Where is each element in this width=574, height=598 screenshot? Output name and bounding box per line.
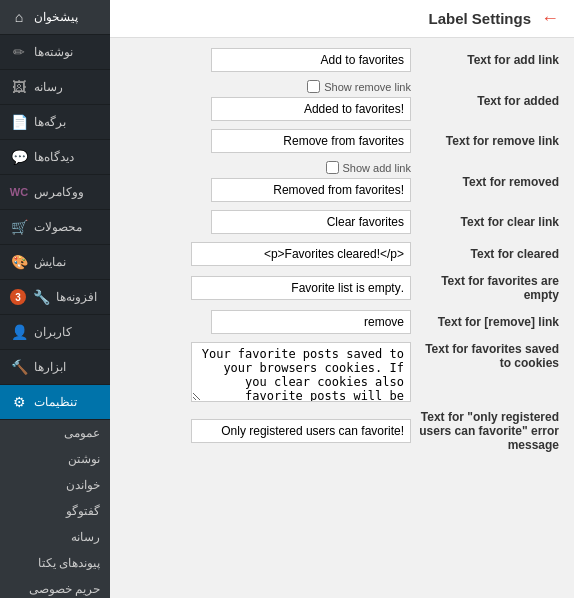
show-add-link-checkbox[interactable]	[326, 161, 339, 174]
sidebar-subitem-khandan[interactable]: خواندن	[0, 472, 110, 498]
sidebar-subitem-harim[interactable]: حریم خصوصی	[0, 576, 110, 598]
row-saved-to-cookies: Your favorite posts saved to your browse…	[125, 342, 559, 402]
label-added-to-favorites: Text for added	[419, 94, 559, 108]
row-clear-favorites: Text for clear link	[125, 210, 559, 234]
label-favorites-cleared: Text for cleared	[419, 247, 559, 261]
label-favorites-empty: Text for favorites are empty	[419, 274, 559, 302]
row-added-to-favorites: Show remove link Text for added	[125, 80, 559, 121]
edit-icon: ✏	[10, 43, 28, 61]
sidebar-item-label: ابزارها	[34, 360, 66, 374]
sidebar-subitem-goftogo[interactable]: گفتوگو	[0, 498, 110, 524]
settings-icon: ⚙	[10, 393, 28, 411]
saved-to-cookies-textarea[interactable]: Your favorite posts saved to your browse…	[191, 342, 411, 402]
sidebar-item-afzoneh[interactable]: افزونه‌ها 🔧 3	[0, 280, 110, 315]
home-icon: ⌂	[10, 8, 28, 26]
sidebar-item-karbaran[interactable]: کاربران 👤	[0, 315, 110, 350]
field-remove-from-favorites	[125, 129, 411, 153]
clear-favorites-input[interactable]	[211, 210, 411, 234]
label-add-to-favorites: Text for add link	[419, 53, 559, 67]
sidebar-item-label: ووکامرس	[34, 185, 84, 199]
only-registered-input[interactable]	[191, 419, 411, 443]
plugin-badge: 3	[10, 289, 26, 305]
field-favorites-cleared	[125, 242, 411, 266]
sidebar-subitem-omoomi[interactable]: عمومی	[0, 420, 110, 446]
sidebar-item-label: پیشخوان	[34, 10, 78, 24]
sidebar-item-didgah[interactable]: دیدگاه‌ها 💬	[0, 140, 110, 175]
label-clear-favorites: Text for clear link	[419, 215, 559, 229]
show-remove-link-checkbox[interactable]	[307, 80, 320, 93]
row-only-registered: Text for "only registered users can favo…	[125, 410, 559, 452]
page-title: Label Settings	[428, 10, 531, 27]
media-icon: 🖼	[10, 78, 28, 96]
sidebar-item-pishkhan[interactable]: پیشخوان ⌂	[0, 0, 110, 35]
field-remove-link	[125, 310, 411, 334]
row-remove-link: Text for [remove] link	[125, 310, 559, 334]
woo-icon: WC	[10, 183, 28, 201]
sidebar-item-bargeh[interactable]: برگه‌ها 📄	[0, 105, 110, 140]
row-favorites-cleared: Text for cleared	[125, 242, 559, 266]
sidebar-item-label: نوشته‌ها	[34, 45, 73, 59]
sidebar-item-label: تنظیمات	[34, 395, 77, 409]
show-add-link-row: Show add link	[326, 161, 412, 174]
form-area: Text for add link Show remove link Text …	[110, 38, 574, 470]
favorites-empty-input[interactable]	[191, 276, 411, 300]
sidebar-item-abzarha[interactable]: ابزارها 🔨	[0, 350, 110, 385]
label-only-registered: Text for "only registered users can favo…	[419, 410, 559, 452]
row-favorites-empty: Text for favorites are empty	[125, 274, 559, 302]
sidebar-subitem-neveshteh[interactable]: نوشتن	[0, 446, 110, 472]
sidebar-item-label: کاربران	[34, 325, 72, 339]
favorites-cleared-input[interactable]	[191, 242, 411, 266]
removed-from-favorites-input[interactable]	[211, 178, 411, 202]
remove-from-favorites-input[interactable]	[211, 129, 411, 153]
add-to-favorites-input[interactable]	[211, 48, 411, 72]
sidebar-item-label: رسانه	[34, 80, 63, 94]
sidebar-item-neveshteh[interactable]: نوشته‌ها ✏	[0, 35, 110, 70]
products-icon: 🛒	[10, 218, 28, 236]
field-only-registered	[125, 419, 411, 443]
row-removed-from-favorites: Show add link Text for removed	[125, 161, 559, 202]
sidebar-item-namaish[interactable]: نمایش 🎨	[0, 245, 110, 280]
field-favorites-empty	[125, 276, 411, 300]
sidebar-item-label: افزونه‌ها	[56, 290, 97, 304]
label-saved-to-cookies: Text for favorites saved to cookies	[419, 342, 559, 370]
page-icon: 📄	[10, 113, 28, 131]
sidebar-subitem-pyvandha[interactable]: پیوندهای یکتا	[0, 550, 110, 576]
arrow-icon: ←	[541, 8, 559, 29]
sidebar-item-tanzimaat[interactable]: تنظیمات ⚙	[0, 385, 110, 420]
show-add-link-label: Show add link	[343, 162, 412, 174]
page-header: Label Settings ←	[110, 0, 574, 38]
row-add-to-favorites: Text for add link	[125, 48, 559, 72]
label-removed-from-favorites: Text for removed	[419, 175, 559, 189]
sidebar-item-rasaneh[interactable]: رسانه 🖼	[0, 70, 110, 105]
sidebar-item-label: محصولات	[34, 220, 82, 234]
label-remove-from-favorites: Text for remove link	[419, 134, 559, 148]
field-saved-to-cookies: Your favorite posts saved to your browse…	[125, 342, 411, 402]
label-remove-link: Text for [remove] link	[419, 315, 559, 329]
comment-icon: 💬	[10, 148, 28, 166]
sidebar: پیشخوان ⌂ نوشته‌ها ✏ رسانه 🖼 برگه‌ها 📄 د…	[0, 0, 110, 598]
sidebar-item-label: دیدگاه‌ها	[34, 150, 74, 164]
sidebar-subitem-rasaneh2[interactable]: رسانه	[0, 524, 110, 550]
field-add-to-favorites	[125, 48, 411, 72]
sidebar-item-label: نمایش	[34, 255, 66, 269]
field-clear-favorites	[125, 210, 411, 234]
plugin-icon: 🔧	[32, 288, 50, 306]
main-content: Label Settings ← Text for add link Show …	[110, 0, 574, 598]
appearance-icon: 🎨	[10, 253, 28, 271]
added-to-favorites-input[interactable]	[211, 97, 411, 121]
field-removed-from-favorites: Show add link	[125, 161, 411, 202]
tools-icon: 🔨	[10, 358, 28, 376]
show-remove-link-row: Show remove link	[307, 80, 411, 93]
sidebar-item-label: برگه‌ها	[34, 115, 66, 129]
sidebar-item-woo[interactable]: ووکامرس WC	[0, 175, 110, 210]
sidebar-item-mahsoulat[interactable]: محصولات 🛒	[0, 210, 110, 245]
show-remove-link-label: Show remove link	[324, 81, 411, 93]
field-added-to-favorites: Show remove link	[125, 80, 411, 121]
users-icon: 👤	[10, 323, 28, 341]
remove-link-input[interactable]	[211, 310, 411, 334]
row-remove-from-favorites: Text for remove link	[125, 129, 559, 153]
